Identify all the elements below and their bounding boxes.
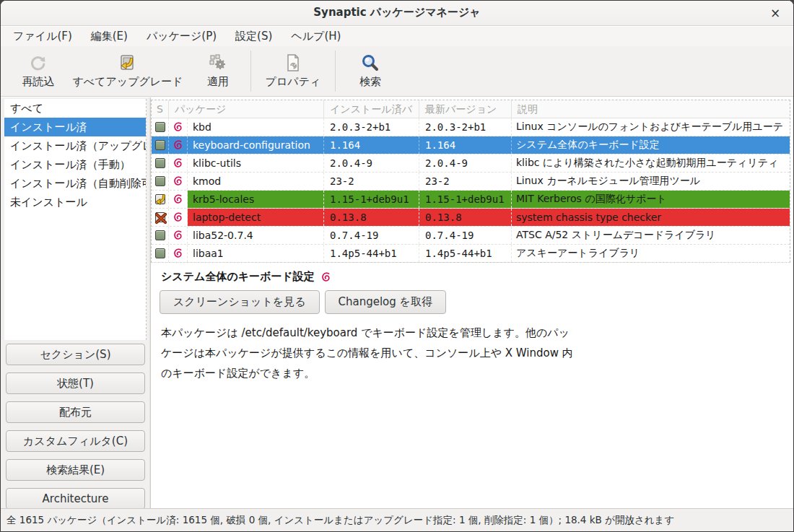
installed-version: 1.164 — [324, 136, 419, 154]
col-header-status[interactable]: S — [152, 100, 169, 118]
latest-version: 1.164 — [419, 136, 512, 154]
table-header: S パッケージ インストール済バ 最新バージョン 説明 — [152, 100, 790, 118]
get-changelog-button[interactable]: Changelog を取得 — [325, 290, 446, 314]
package-name: keyboard-configuration — [188, 136, 324, 154]
col-header-package[interactable]: パッケージ — [169, 100, 324, 118]
filter-list: すべて インストール済 インストール済（アップグレ インストール済（手動） イン… — [4, 99, 147, 340]
package-description: Linux コンソールのフォントおよびキーテーブル用ユーテ — [512, 118, 790, 136]
installed-version: 2.0.4-9 — [324, 154, 419, 172]
package-table: S パッケージ インストール済バ 最新バージョン 説明 kbd 2.0.3-2+… — [151, 100, 790, 263]
sections-button[interactable]: セクション(S) — [6, 344, 145, 365]
latest-version: 2.0.3-2+b1 — [419, 118, 512, 136]
table-row[interactable]: kmod 23-2 23-2 Linux カーネルモジュール管理用ツール — [152, 173, 790, 191]
filter-installed[interactable]: インストール済 — [4, 118, 146, 136]
architecture-button[interactable]: Architecture — [6, 488, 145, 510]
apply-icon — [209, 52, 227, 74]
description-line: 本パッケージは /etc/default/keyboard でキーボード設定を管… — [161, 323, 793, 343]
upgrade-all-label: すべてアップグレード — [72, 75, 183, 89]
installed-version: 0.7.4-19 — [324, 227, 419, 244]
filter-not-installed[interactable]: 未インストール — [4, 193, 146, 212]
content-area: すべて インストール済 インストール済（アップグレ インストール済（手動） イン… — [1, 97, 793, 510]
latest-version: 0.13.8 — [419, 209, 512, 226]
debian-swirl-icon — [169, 245, 188, 262]
status-button[interactable]: 状態(T) — [6, 372, 145, 394]
table-row-marked-removal[interactable]: laptop-detect 0.13.8 0.13.8 system chass… — [152, 209, 790, 227]
menu-package[interactable]: パッケージ(P) — [137, 27, 226, 45]
properties-button[interactable]: プロパティ — [251, 46, 335, 96]
col-header-latest-version[interactable]: 最新バージョン — [419, 100, 512, 118]
menu-file[interactable]: ファイル(F) — [4, 27, 82, 45]
package-description: システム全体のキーボード設定 — [512, 136, 790, 154]
latest-version: 2.0.4-9 — [419, 154, 512, 172]
table-row[interactable]: kbd 2.0.3-2+b1 2.0.3-2+b1 Linux コンソールのフォ… — [152, 118, 790, 136]
origin-button[interactable]: 配布元 — [6, 401, 145, 423]
debian-swirl-icon — [169, 154, 188, 172]
close-icon[interactable]: × — [767, 5, 783, 21]
reload-icon — [29, 52, 48, 74]
status-installed-icon — [152, 227, 169, 244]
table-row-selected[interactable]: keyboard-configuration 1.164 1.164 システム全… — [152, 136, 790, 154]
installed-version: 1.15-1+deb9u1 — [324, 191, 419, 208]
status-upgrade-icon — [152, 191, 169, 208]
debian-swirl-icon — [169, 209, 188, 226]
toolbar: 再読込 すべてアップグレード — [1, 46, 793, 97]
status-removal-icon — [152, 209, 169, 226]
package-name: laptop-detect — [188, 209, 324, 226]
description-line: のキーボード設定ができます。 — [161, 363, 793, 383]
description-line: ケージは本パッケージが提供するこの情報を用いて、コンソール上や X Window… — [161, 343, 793, 363]
latest-version: 1.4p5-44+b1 — [419, 245, 512, 262]
details-pane: システム全体のキーボード設定 スクリーンショットを見る Changelog を取… — [151, 263, 793, 510]
latest-version: 1.15-1+deb9u1 — [419, 191, 512, 208]
col-header-installed-version[interactable]: インストール済バ — [324, 100, 419, 118]
status-installed-icon — [152, 173, 169, 190]
apply-button[interactable]: 適用 — [186, 46, 250, 96]
apply-label: 適用 — [207, 75, 229, 89]
filter-all[interactable]: すべて — [4, 99, 146, 118]
menu-edit[interactable]: 編集(E) — [82, 27, 137, 45]
package-description: system chassis type checker — [512, 209, 790, 226]
search-icon — [361, 52, 380, 74]
titlebar[interactable]: Synaptic パッケージマネージャ × — [1, 1, 793, 26]
package-name: liba52-0.7.4 — [188, 227, 324, 244]
latest-version: 0.7.4-19 — [419, 227, 512, 244]
package-name: kmod — [188, 173, 324, 190]
sidebar: すべて インストール済 インストール済（アップグレ インストール済（手動） イン… — [1, 97, 149, 510]
installed-version: 0.13.8 — [324, 209, 419, 226]
reload-label: 再読込 — [22, 75, 55, 89]
upgrade-all-icon — [118, 52, 137, 74]
package-name: klibc-utils — [188, 154, 324, 172]
table-row[interactable]: liba52-0.7.4 0.7.4-19 0.7.4-19 ATSC A/52… — [152, 227, 790, 245]
details-description: 本パッケージは /etc/default/keyboard でキーボード設定を管… — [161, 323, 793, 383]
installed-version: 2.0.3-2+b1 — [324, 118, 419, 136]
upgrade-all-button[interactable]: すべてアップグレード — [70, 46, 186, 96]
details-title: システム全体のキーボード設定 — [161, 270, 315, 284]
search-results-button[interactable]: 検索結果(E) — [6, 459, 145, 481]
table-row[interactable]: klibc-utils 2.0.4-9 2.0.4-9 klibc により構築さ… — [152, 154, 790, 173]
status-installed-icon — [152, 245, 169, 262]
installed-version: 23-2 — [324, 173, 419, 190]
menu-settings[interactable]: 設定(S) — [226, 27, 282, 45]
filter-installed-manual[interactable]: インストール済（手動） — [4, 155, 146, 174]
properties-icon — [284, 52, 302, 74]
reload-button[interactable]: 再読込 — [6, 46, 70, 96]
menu-help[interactable]: ヘルプ(H) — [282, 27, 350, 45]
debian-swirl-icon — [169, 136, 188, 154]
search-button[interactable]: 検索 — [336, 46, 405, 96]
package-description: ATSC A/52 ストリームデコードライブラリ — [512, 227, 790, 244]
installed-version: 1.4p5-44+b1 — [324, 245, 419, 262]
filter-installed-autoremovable[interactable]: インストール済（自動削除可 — [4, 174, 146, 193]
custom-filters-button[interactable]: カスタムフィルタ(C) — [6, 430, 145, 452]
debian-swirl-icon — [169, 191, 188, 208]
debian-swirl-icon — [169, 118, 188, 136]
filter-installed-upgradable[interactable]: インストール済（アップグレ — [4, 136, 146, 155]
get-screenshot-button[interactable]: スクリーンショットを見る — [160, 290, 320, 314]
category-buttons: セクション(S) 状態(T) 配布元 カスタムフィルタ(C) 検索結果(E) A… — [6, 344, 145, 517]
table-row-marked-upgrade[interactable]: krb5-locales 1.15-1+deb9u1 1.15-1+deb9u1… — [152, 191, 790, 209]
statusbar: 全 1615 パッケージ（インストール済: 1615 個, 破損 0 個, イン… — [1, 508, 793, 531]
package-name: libaa1 — [188, 245, 324, 262]
table-row[interactable]: libaa1 1.4p5-44+b1 1.4p5-44+b1 アスキーアートライ… — [152, 245, 790, 263]
package-description: MIT Kerberos の国際化サポート — [512, 191, 790, 208]
col-header-description[interactable]: 説明 — [512, 100, 790, 118]
debian-swirl-icon — [169, 227, 188, 244]
package-description: アスキーアートライブラリ — [512, 245, 790, 262]
